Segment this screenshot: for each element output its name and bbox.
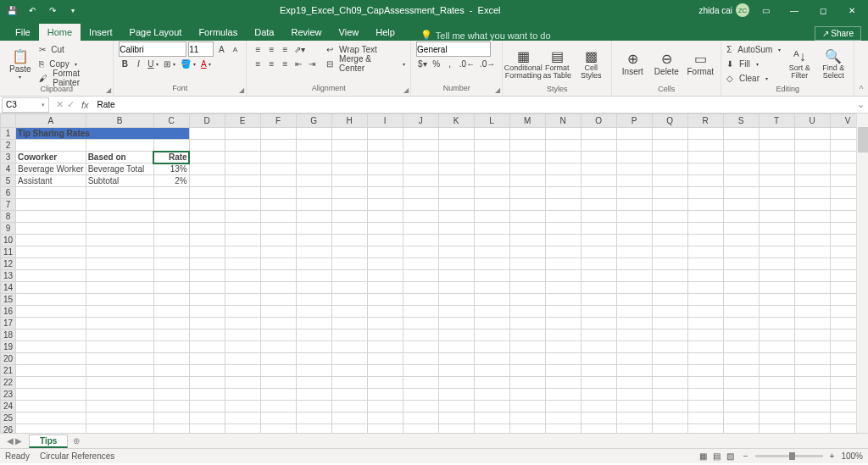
tab-review[interactable]: Review <box>282 24 330 41</box>
cell[interactable] <box>296 128 331 140</box>
cell[interactable] <box>367 353 403 365</box>
cell[interactable] <box>331 211 367 223</box>
cell[interactable] <box>545 270 581 282</box>
alignment-launcher[interactable]: ◢ <box>403 86 409 94</box>
cell[interactable] <box>759 152 794 163</box>
row-header[interactable]: 10 <box>1 235 16 246</box>
row-header[interactable]: 3 <box>1 152 16 163</box>
cell[interactable] <box>581 223 616 235</box>
cell[interactable] <box>16 258 86 270</box>
cell[interactable] <box>16 199 86 211</box>
cell[interactable] <box>225 258 260 270</box>
cell[interactable] <box>652 270 687 282</box>
cell[interactable] <box>438 412 474 424</box>
cell[interactable] <box>86 199 153 211</box>
cell[interactable] <box>367 199 403 211</box>
cell[interactable] <box>759 365 794 377</box>
cell[interactable] <box>153 258 189 270</box>
cell[interactable] <box>225 424 260 434</box>
cell[interactable] <box>723 163 759 175</box>
cell[interactable] <box>687 211 723 223</box>
cell[interactable] <box>759 270 794 282</box>
cell[interactable] <box>260 152 296 163</box>
cell[interactable] <box>545 401 581 412</box>
column-header[interactable]: A <box>16 114 86 128</box>
cell[interactable] <box>581 163 616 175</box>
cell[interactable] <box>225 401 260 412</box>
cell[interactable] <box>189 152 225 163</box>
row-header[interactable]: 19 <box>1 341 16 353</box>
cell[interactable] <box>652 353 687 365</box>
cell[interactable] <box>509 258 545 270</box>
cell[interactable] <box>225 389 260 401</box>
cell[interactable] <box>86 318 153 329</box>
cell[interactable] <box>331 246 367 258</box>
cell[interactable] <box>153 187 189 199</box>
cell[interactable] <box>189 377 225 389</box>
cell[interactable] <box>16 294 86 306</box>
cell[interactable] <box>545 377 581 389</box>
cell[interactable] <box>723 246 759 258</box>
cell[interactable] <box>438 187 474 199</box>
cell[interactable]: 2% <box>153 175 189 187</box>
cell[interactable] <box>260 258 296 270</box>
cell[interactable] <box>581 235 616 246</box>
cell[interactable] <box>367 187 403 199</box>
cell[interactable] <box>616 235 652 246</box>
cell[interactable] <box>759 211 794 223</box>
cell[interactable] <box>438 318 474 329</box>
redo-icon[interactable]: ↷ <box>44 2 61 19</box>
cell[interactable] <box>509 294 545 306</box>
cell[interactable] <box>581 401 616 412</box>
cell[interactable] <box>474 270 509 282</box>
cell[interactable] <box>652 235 687 246</box>
cell[interactable] <box>794 294 830 306</box>
cell[interactable] <box>723 318 759 329</box>
sheet-tab-tips[interactable]: Tips <box>29 435 68 448</box>
cell[interactable] <box>474 211 509 223</box>
cell[interactable] <box>687 163 723 175</box>
cell[interactable] <box>403 282 438 294</box>
cell[interactable] <box>759 424 794 434</box>
format-as-table-button[interactable]: ▤Format as Table <box>542 42 572 85</box>
cell[interactable] <box>723 128 759 140</box>
delete-cells-button[interactable]: ⊖Delete <box>651 42 682 85</box>
cell[interactable] <box>438 270 474 282</box>
column-header[interactable]: O <box>581 114 616 128</box>
cell[interactable] <box>16 306 86 318</box>
cell[interactable] <box>367 246 403 258</box>
cell[interactable] <box>652 246 687 258</box>
cell[interactable] <box>616 377 652 389</box>
cell[interactable] <box>367 424 403 434</box>
cell[interactable] <box>296 318 331 329</box>
cell[interactable] <box>616 282 652 294</box>
clipboard-launcher[interactable]: ◢ <box>106 86 111 94</box>
cell[interactable] <box>652 389 687 401</box>
cell[interactable] <box>16 270 86 282</box>
cell[interactable] <box>296 329 331 341</box>
cell[interactable] <box>296 175 331 187</box>
cell[interactable] <box>616 294 652 306</box>
cut-button[interactable]: ✂ Cut <box>39 42 108 56</box>
cell[interactable] <box>86 140 153 152</box>
cell[interactable] <box>794 341 830 353</box>
sheet-nav-next-icon[interactable]: ▶ <box>15 436 22 446</box>
cell[interactable] <box>652 140 687 152</box>
cell[interactable] <box>260 341 296 353</box>
cell[interactable] <box>225 270 260 282</box>
cell[interactable] <box>509 377 545 389</box>
cell[interactable] <box>16 318 86 329</box>
cell[interactable]: Rate <box>153 152 189 163</box>
cell[interactable] <box>331 329 367 341</box>
cell[interactable] <box>403 412 438 424</box>
minimize-icon[interactable]: — <box>782 0 807 20</box>
cell[interactable] <box>403 128 438 140</box>
cell[interactable] <box>403 401 438 412</box>
cell[interactable] <box>616 223 652 235</box>
cell[interactable] <box>474 282 509 294</box>
cell[interactable]: Based on <box>86 152 153 163</box>
cell[interactable] <box>16 329 86 341</box>
cell[interactable] <box>616 318 652 329</box>
cell[interactable] <box>474 187 509 199</box>
cell[interactable] <box>189 318 225 329</box>
